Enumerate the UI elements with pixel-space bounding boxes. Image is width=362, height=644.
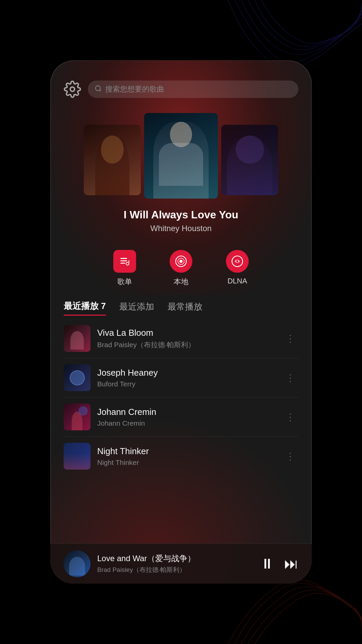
- dlna-label: DLNA: [228, 277, 247, 285]
- featured-song-info: I Will Always Love You Whitney Houston: [50, 205, 312, 243]
- svg-line-2: [100, 90, 101, 91]
- phone-device: 搜索您想要的歌曲: [50, 60, 312, 584]
- np-title: Love and War（爱与战争）: [97, 553, 253, 564]
- featured-song-title: I Will Always Love You: [50, 209, 312, 221]
- local-icon-bg: [170, 250, 192, 273]
- track-item[interactable]: Viva La Bloom Brad Paisley（布拉德·帕斯利） ⋮: [50, 319, 312, 358]
- track-list: Viva La Bloom Brad Paisley（布拉德·帕斯利） ⋮ Jo…: [50, 316, 312, 543]
- track-name-2: Joseph Heaney: [97, 368, 276, 378]
- svg-point-6: [126, 262, 129, 265]
- nav-playlist[interactable]: 歌单: [113, 250, 136, 287]
- nav-local[interactable]: 本地: [170, 250, 192, 287]
- np-controls: ⏸ ⏭: [260, 556, 298, 572]
- featured-song-artist: Whitney Houston: [50, 224, 312, 233]
- track-name-1: Viva La Bloom: [97, 328, 276, 338]
- track-item[interactable]: Johann Cremin Johann Cremin ⋮: [50, 397, 312, 436]
- tab-recent[interactable]: 最近播放 7: [64, 300, 106, 316]
- album-card-left[interactable]: [84, 125, 141, 195]
- svg-rect-4: [120, 260, 127, 261]
- settings-button[interactable]: [64, 80, 81, 98]
- dlna-icon-bg: [226, 250, 249, 273]
- track-item[interactable]: Night Thinker Night Thinker ⋮: [50, 437, 312, 476]
- pause-button[interactable]: ⏸: [260, 556, 274, 572]
- track-menu-4[interactable]: ⋮: [282, 447, 298, 465]
- np-song-info: Love and War（爱与战争） Brad Paisley（布拉德·帕斯利）: [97, 553, 253, 574]
- track-thumb-3: [64, 404, 90, 430]
- now-playing-bar[interactable]: Love and War（爱与战争） Brad Paisley（布拉德·帕斯利）…: [50, 543, 312, 584]
- track-artist-1: Brad Paisley（布拉德·帕斯利）: [97, 340, 276, 350]
- track-artist-4: Night Thinker: [97, 459, 276, 467]
- search-placeholder: 搜索您想要的歌曲: [105, 84, 164, 94]
- np-artist: Brad Paisley（布拉德·帕斯利）: [97, 566, 253, 574]
- svg-rect-3: [120, 258, 127, 259]
- album-carousel: [50, 105, 312, 205]
- np-album-thumb: [64, 550, 90, 577]
- app-header: 搜索您想要的歌曲: [50, 60, 312, 105]
- svg-rect-5: [120, 263, 125, 264]
- track-menu-3[interactable]: ⋮: [282, 408, 298, 426]
- track-info-4: Night Thinker Night Thinker: [97, 446, 276, 467]
- playlist-icon-bg: [113, 250, 136, 273]
- playlist-label: 歌单: [117, 277, 132, 287]
- track-menu-2[interactable]: ⋮: [282, 369, 298, 387]
- track-thumb-2: [64, 364, 90, 391]
- search-icon: [95, 85, 102, 94]
- album-card-right[interactable]: [221, 125, 278, 195]
- local-label: 本地: [174, 277, 188, 287]
- track-info-3: Johann Cremin Johann Cremin: [97, 407, 276, 427]
- svg-point-0: [70, 87, 75, 92]
- nav-icons: 歌单 本地: [50, 243, 312, 297]
- track-menu-1[interactable]: ⋮: [282, 330, 298, 347]
- next-button[interactable]: ⏭: [284, 556, 298, 572]
- track-name-3: Johann Cremin: [97, 407, 276, 417]
- track-thumb-1: [64, 325, 90, 352]
- tab-added[interactable]: 最近添加: [119, 301, 154, 315]
- svg-point-12: [236, 260, 238, 262]
- track-info-1: Viva La Bloom Brad Paisley（布拉德·帕斯利）: [97, 328, 276, 350]
- tab-most[interactable]: 最常播放: [168, 301, 202, 315]
- track-thumb-4: [64, 443, 90, 470]
- album-card-center[interactable]: [144, 113, 218, 199]
- track-info-2: Joseph Heaney Buford Terry: [97, 368, 276, 388]
- phone-content: 搜索您想要的歌曲: [50, 60, 312, 584]
- nav-dlna[interactable]: DLNA: [226, 250, 249, 287]
- track-name-4: Night Thinker: [97, 446, 276, 457]
- track-artist-3: Johann Cremin: [97, 419, 276, 427]
- svg-point-1: [96, 86, 101, 91]
- track-artist-2: Buford Terry: [97, 380, 276, 388]
- svg-point-9: [179, 260, 183, 263]
- tabs-bar: 最近播放 7 最近添加 最常播放: [50, 297, 312, 316]
- search-bar[interactable]: 搜索您想要的歌曲: [88, 80, 298, 98]
- track-item[interactable]: Joseph Heaney Buford Terry ⋮: [50, 358, 312, 397]
